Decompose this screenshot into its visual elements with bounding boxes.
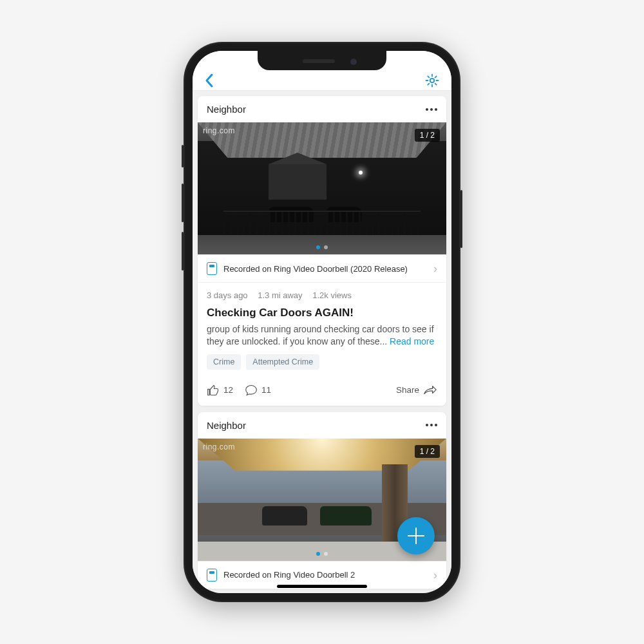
post-distance: 1.3 mi away: [258, 290, 302, 300]
post-time: 3 days ago: [207, 290, 248, 300]
volume-up-button: [182, 184, 184, 222]
post-views: 1.2k views: [312, 290, 352, 300]
post-actions: 12 11 Share: [198, 377, 446, 406]
post-title: Checking Car Doors AGAIN!: [198, 303, 446, 322]
power-button: [460, 190, 462, 248]
doorbell-icon: [207, 262, 217, 275]
chevron-right-icon: ›: [433, 569, 437, 581]
night-video-still: [198, 122, 446, 254]
gear-icon: [424, 73, 440, 88]
post-card: Neighbor ring.com 1 / 2: [198, 412, 446, 589]
notch: [258, 51, 386, 70]
share-label: Share: [396, 385, 419, 395]
volume-down-button: [182, 232, 184, 270]
ring-watermark: ring.com: [203, 126, 235, 135]
comment-button[interactable]: 11: [245, 384, 271, 397]
media-pagination-dots: [316, 245, 328, 249]
share-button[interactable]: Share: [396, 385, 437, 395]
post-more-button[interactable]: [426, 108, 437, 111]
read-more-link[interactable]: Read more: [390, 336, 434, 346]
create-post-fab[interactable]: [397, 517, 435, 554]
post-card: Neighbor ring.com: [198, 96, 446, 406]
device-row[interactable]: Recorded on Ring Video Doorbell (2020 Re…: [198, 254, 446, 283]
post-more-button[interactable]: [426, 424, 437, 426]
back-button[interactable]: [204, 73, 214, 88]
tag-crime[interactable]: Crime: [207, 354, 241, 370]
post-header: Neighbor: [198, 412, 446, 439]
doorbell-icon: [207, 569, 217, 582]
device-label: Recorded on Ring Video Doorbell (2020 Re…: [223, 264, 408, 274]
screen: Neighbor ring.com: [193, 51, 451, 593]
ring-watermark: ring.com: [203, 442, 235, 451]
like-count: 12: [223, 385, 233, 395]
post-media[interactable]: ring.com 1 / 2: [198, 122, 446, 254]
tag-attempted-crime[interactable]: Attempted Crime: [246, 354, 319, 370]
chevron-right-icon: ›: [433, 263, 437, 274]
phone-frame: Neighbor ring.com: [184, 42, 460, 602]
svg-point-0: [430, 78, 434, 82]
media-pagination-dots: [316, 552, 328, 556]
comment-count: 11: [261, 385, 271, 395]
share-arrow-icon: [423, 385, 437, 395]
mute-switch: [182, 145, 184, 167]
post-author: Neighbor: [207, 104, 246, 115]
comment-icon: [245, 384, 258, 397]
media-counter: 1 / 2: [415, 129, 440, 142]
post-body: group of kids running around checking ca…: [198, 322, 446, 354]
post-tags: Crime Attempted Crime: [198, 354, 446, 377]
thumbs-up-icon: [207, 384, 220, 397]
media-counter: 1 / 2: [415, 445, 440, 458]
settings-button[interactable]: [424, 73, 440, 88]
chevron-left-icon: [204, 73, 214, 88]
home-indicator[interactable]: [277, 585, 367, 588]
post-meta: 3 days ago 1.3 mi away 1.2k views: [198, 283, 446, 303]
post-author: Neighbor: [207, 420, 246, 431]
device-label: Recorded on Ring Video Doorbell 2: [223, 570, 355, 580]
post-header: Neighbor: [198, 96, 446, 122]
like-button[interactable]: 12: [207, 384, 233, 397]
